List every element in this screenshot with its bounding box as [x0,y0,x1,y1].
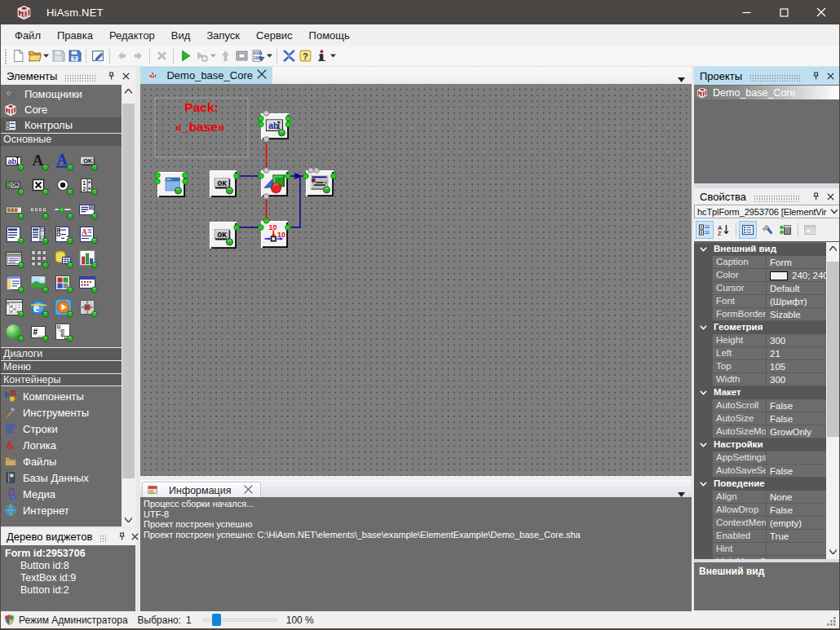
property-row-Caption[interactable]: CaptionForm [694,256,826,269]
zoom-slider[interactable] [203,614,277,626]
pin-icon[interactable] [810,70,822,82]
palette-item-web-browser[interactable]: e [27,295,51,319]
element-category-Помощники[interactable]: Помощники [1,86,122,102]
element-category-Инструменты[interactable]: Инструменты [1,404,122,421]
property-row-Left[interactable]: Left21 [694,347,826,360]
connection-point-green[interactable] [259,121,264,127]
element-category-Базы Данных[interactable]: Базы Данных [1,469,122,486]
palette-item-property-list[interactable] [2,271,27,295]
forward-button[interactable] [130,46,146,66]
palette-item-media-player[interactable] [51,295,76,319]
project-item[interactable]: Demo_base_Core [694,86,840,99]
property-row-Color[interactable]: Color240; 240; [694,269,826,282]
tab-information[interactable]: Информация [142,482,261,498]
scroll-up-icon[interactable] [826,242,840,255]
property-row-AutoScroll[interactable]: AutoScrollFalse [694,399,826,412]
back-button[interactable] [113,46,130,66]
property-value[interactable]: (Шрифт) [766,295,826,308]
connection-point-green[interactable] [331,174,337,179]
scroll-down-icon[interactable] [826,545,840,558]
property-group-Геометрия[interactable]: Геометрия [694,321,826,334]
property-value[interactable]: 300 [766,373,826,386]
palette-item-track-bar[interactable] [27,197,51,222]
tab-list-dropdown-icon[interactable] [678,73,685,85]
palette-item-db-table[interactable] [51,246,76,271]
connection-point-green[interactable] [303,174,309,179]
elements-scrollbar[interactable] [122,85,135,526]
tree-node-TextBox[interactable]: TextBox id:9 [5,572,135,584]
form-editor-button[interactable] [90,46,106,66]
palette-item-data-grid[interactable] [27,246,51,271]
scrollbar-thumb[interactable] [122,104,135,478]
property-value[interactable]: True [766,530,826,543]
alphabetical-button[interactable]: AZ [714,221,732,239]
property-row-Font[interactable]: Font(Шрифт) [694,295,826,308]
options-button[interactable] [281,46,297,66]
close-icon[interactable] [130,531,140,543]
toolbar-grip[interactable] [4,48,7,64]
scheme-element-button1[interactable]: OK [210,170,237,197]
element-category-Core[interactable]: Core [1,102,122,117]
connection-point-green[interactable] [155,178,161,184]
connection-point-green[interactable] [285,116,291,121]
compile-button[interactable] [217,46,233,66]
palette-item-rich-edit[interactable]: A [76,222,100,246]
property-value[interactable]: None [766,491,826,504]
connection-point-green[interactable] [234,225,240,231]
menu-Редактор[interactable]: Редактор [101,26,163,45]
palette-item-calendar[interactable] [2,295,27,319]
property-row-Hint[interactable]: Hint [694,543,826,556]
connection-point-green[interactable] [183,178,188,184]
close-button[interactable] [802,0,840,24]
connection-point-gray[interactable] [263,194,269,200]
palette-item-toggle-button[interactable]: OK [2,173,27,197]
scheme-element-ten[interactable]: 1010 [261,221,288,248]
menu-Помощь[interactable]: Помощь [301,26,358,45]
object-selector-combobox[interactable]: hcTplForm_2953706 [ElementVir [694,205,840,218]
connection-point-gray[interactable] [263,111,269,117]
palette-item-sphere[interactable] [2,319,27,344]
property-value[interactable]: GrowOnly [766,425,826,438]
connection-point-gray[interactable] [263,168,269,174]
element-category-Контролы[interactable]: Контролы [1,117,122,133]
palette-item-picture[interactable] [27,271,51,295]
palette-item-list-view[interactable] [27,222,51,246]
property-row-Top[interactable]: Top105 [694,360,826,373]
property-row-AutoSizeMo[interactable]: AutoSizeMoGrowOnly [694,425,826,438]
connection-point-gray[interactable] [314,168,320,174]
properties-button[interactable] [739,221,757,239]
palette-item-progress-bar[interactable] [2,197,27,222]
run-attach-dropdown-icon[interactable] [210,46,217,66]
property-row-Cursor[interactable]: CursorDefault [694,282,826,295]
property-row-Height[interactable]: Height300 [694,334,826,347]
property-row-AutoSaveSe[interactable]: AutoSaveSeFalse [694,465,826,478]
menu-Файл[interactable]: Файл [7,26,49,45]
frame-view-button[interactable] [233,46,250,66]
connection-point-green[interactable] [263,218,269,224]
element-category-Компоненты[interactable]: Компоненты [1,388,122,404]
property-value[interactable]: False [766,412,826,425]
property-group-Настройки[interactable]: Настройки [694,438,826,452]
scheme-canvas[interactable]: Pack:«_base»abOKOK1010 [140,84,692,476]
palette-item-button[interactable]: OK [76,148,100,173]
palette-item-list-box[interactable] [2,222,27,246]
scheme-element-textbox[interactable]: ab [261,113,289,139]
element-category-Логика[interactable]: &Логика [1,437,122,453]
property-value[interactable]: False [766,465,826,478]
scrollbar-thumb[interactable] [827,262,839,437]
close-icon[interactable] [825,191,837,203]
connection-point-green[interactable] [259,116,264,121]
property-row-AllowDrop[interactable]: AllowDropFalse [694,504,826,517]
property-value[interactable] [766,452,826,465]
collapse-chevron-icon[interactable] [694,438,712,452]
about-dropdown-icon[interactable] [329,46,337,66]
close-icon[interactable] [120,70,132,82]
menu-Запуск[interactable]: Запуск [198,26,248,45]
tab-demo-base-core[interactable]: Demo_base_Core [140,67,272,84]
pin-icon[interactable] [810,191,822,203]
palette-item-container[interactable] [76,295,100,319]
property-value[interactable]: 105 [766,360,826,373]
palette-item-link-label[interactable]: A [51,148,76,173]
palette-group-Меню[interactable]: Меню [1,360,122,373]
connection-point-green[interactable] [259,225,264,231]
